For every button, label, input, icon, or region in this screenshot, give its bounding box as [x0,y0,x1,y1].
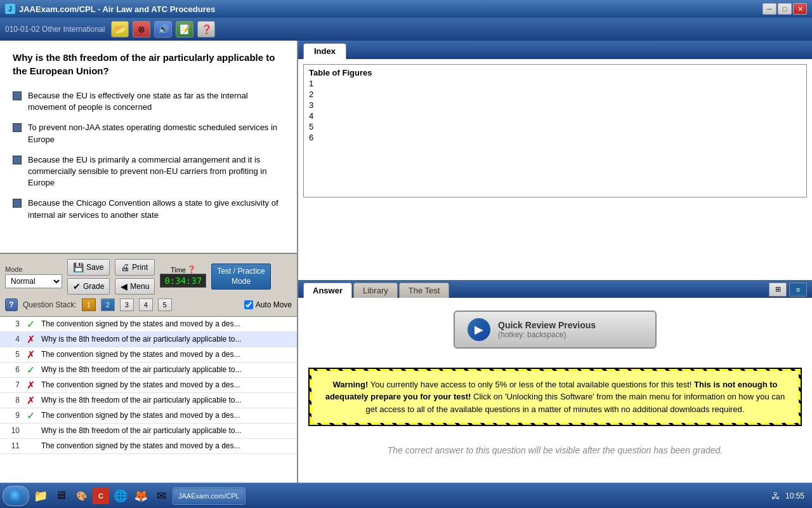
breadcrumb: 010-01-02 Other International [5,25,105,34]
answer-checkbox-c[interactable] [13,156,22,164]
bottom-tab-bar: Answer Library The Test ⊞ ≡ [298,280,812,298]
row-text-5: The convention signed by the states and … [41,350,293,359]
time-display: 0:34:37 [160,274,206,288]
left-panel: Why is the 8th freedom of the air partic… [0,41,298,508]
app-icon: J [5,4,15,14]
row-num-6: 6 [4,365,20,374]
test-practice-label2: Mode [217,277,265,287]
row-status-4: ✗ [25,333,36,345]
row-text-6: Why is the 8th freedom of the air partic… [41,365,293,374]
table-row[interactable]: 4 ✗ Why is the 8th freedom of the air pa… [0,332,297,347]
row-num-11: 11 [4,441,20,450]
taskbar-right: 🖧 10:55 [771,491,809,501]
taskbar: 📁 🖥 🎨 C 🌐 🦊 ✉ JAAExam.com/CPL 🖧 10:55 [0,483,812,508]
menu-icon: ◀ [121,281,128,291]
question-text: Why is the 8th freedom of the air partic… [13,51,284,77]
top-tab-bar: Index [298,41,812,59]
warning-box: Warning! You currently have access to on… [308,368,802,427]
stop-icon-btn[interactable]: ⊗ [133,21,150,37]
save-button[interactable]: 💾 Save [67,259,110,276]
folder-icon-btn[interactable]: 📂 [111,21,129,37]
stack-help-button[interactable]: ? [5,298,18,311]
answer-checkbox-a[interactable] [13,91,22,100]
right-panel: Index Table of Figures 1 2 3 4 5 6 [298,41,812,508]
row-num-3: 3 [4,319,20,328]
tab-answer[interactable]: Answer [303,283,352,298]
index-content: Table of Figures 1 2 3 4 5 6 [298,59,812,280]
question-stack-label: Question Stack: [23,300,77,309]
answer-checkbox-b[interactable] [13,123,22,132]
tab-index[interactable]: Index [303,43,346,59]
taskbar-active-app[interactable]: JAAExam.com/CPL [173,487,246,505]
stack-num-4[interactable]: 4 [139,298,153,311]
mode-select[interactable]: Normal [5,274,62,288]
mode-label: Mode [5,265,62,273]
index-item-2[interactable]: 2 [306,89,804,100]
taskbar-firefox-icon[interactable]: 🦊 [132,487,150,505]
time-help-icon[interactable]: ❓ [187,265,196,274]
grid-view-button[interactable]: ⊞ [769,283,787,297]
stack-num-3[interactable]: 3 [120,298,134,311]
row-text-3: The convention signed by the states and … [41,319,293,328]
minimize-button[interactable]: ─ [763,3,776,15]
menu-button[interactable]: ◀ Menu [115,278,155,295]
row-text-8: Why is the 8th freedom of the air partic… [41,396,293,404]
row-status-6: ✓ [25,364,36,376]
quick-review-icon: ▶ [468,318,490,341]
table-row[interactable]: 9 ✓ The convention signed by the states … [0,408,297,424]
index-item-figures[interactable]: Table of Figures [306,67,804,78]
tab-the-test[interactable]: The Test [399,283,450,298]
stack-num-2[interactable]: 2 [101,298,115,311]
table-row[interactable]: 11 The convention signed by the states a… [0,439,297,454]
table-row[interactable]: 3 ✓ The convention signed by the states … [0,317,297,332]
answer-option-b[interactable]: To prevent non-JAA states operating dome… [13,122,284,145]
answer-option-a[interactable]: Because the EU is effectively one state … [13,90,284,113]
table-row[interactable]: 7 ✗ The convention signed by the states … [0,378,297,393]
audio-icon-btn[interactable]: 🔊 [154,21,172,37]
index-list[interactable]: Table of Figures 1 2 3 4 5 6 [303,64,807,197]
row-num-5: 5 [4,350,20,359]
quick-review-button[interactable]: ▶ Quick Review Previous (hotkey: backspa… [454,311,657,349]
stack-num-1[interactable]: 1 [82,298,96,311]
time-label: Time ❓ [171,265,196,274]
auto-move-checkbox[interactable] [244,300,253,309]
taskbar-explorer-icon[interactable]: 🖥 [52,487,70,505]
system-clock: 10:55 [785,491,804,500]
taskbar-paint-icon[interactable]: 🎨 [72,487,90,505]
table-row[interactable]: 6 ✓ Why is the 8th freedom of the air pa… [0,363,297,378]
row-num-8: 8 [4,396,20,404]
row-text-4: Why is the 8th freedom of the air partic… [41,335,293,344]
taskbar-ie-icon[interactable]: 🌐 [112,487,129,505]
close-button[interactable]: ✕ [793,3,807,15]
test-practice-button[interactable]: Test / Practice Mode [211,264,270,290]
answer-option-c[interactable]: Because the EU is primarily a commercial… [13,154,284,189]
warning-main: You currently have access to only 5% or … [370,380,694,389]
list-view-button[interactable]: ≡ [789,283,807,297]
index-item-6[interactable]: 6 [306,132,804,143]
row-text-7: The convention signed by the states and … [41,380,293,389]
table-row[interactable]: 8 ✗ Why is the 8th freedom of the air pa… [0,393,297,408]
index-item-4[interactable]: 4 [306,110,804,121]
index-item-1[interactable]: 1 [306,78,804,89]
print-button[interactable]: 🖨 Print [115,259,155,276]
table-row[interactable]: 10 Why is the 8th freedom of the air par… [0,424,297,439]
tab-library[interactable]: Library [353,283,398,298]
taskbar-folder-icon[interactable]: 📁 [32,487,49,505]
question-stack-row: ? Question Stack: 1 2 3 4 5 Auto Move [5,298,292,311]
taskbar-cpp-icon[interactable]: C [93,488,109,504]
table-row[interactable]: 5 ✗ The convention signed by the states … [0,347,297,363]
stack-num-5[interactable]: 5 [158,298,172,311]
taskbar-mail-icon[interactable]: ✉ [152,487,170,505]
answer-panel: ▶ Quick Review Previous (hotkey: backspa… [298,298,812,509]
notes-icon-btn[interactable]: 📝 [176,21,193,37]
quick-review-text: Quick Review Previous (hotkey: backspace… [498,320,596,339]
test-practice-label: Test / Practice [217,267,265,277]
index-item-5[interactable]: 5 [306,121,804,132]
answer-checkbox-d[interactable] [13,199,22,208]
help-icon-btn[interactable]: ❓ [197,21,215,37]
start-button[interactable] [3,486,29,506]
maximize-button[interactable]: □ [778,3,792,15]
grade-button[interactable]: ✔ Grade [67,278,110,295]
index-item-3[interactable]: 3 [306,100,804,110]
answer-option-d[interactable]: Because the Chicago Convention allows a … [13,197,284,220]
